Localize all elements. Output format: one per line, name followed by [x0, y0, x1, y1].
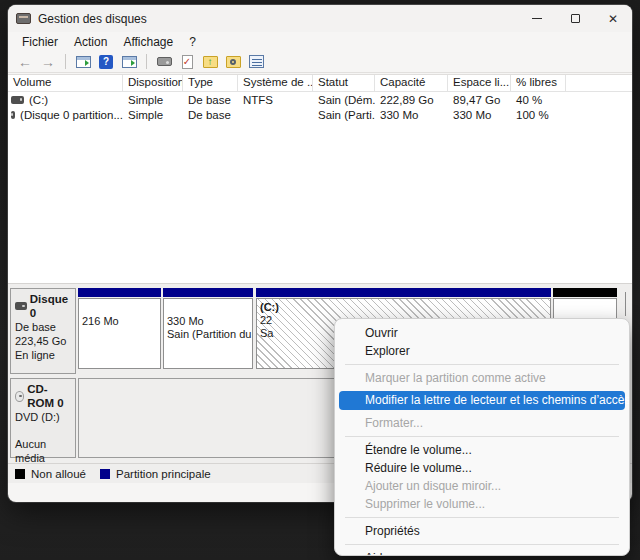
toolbar-separator: [146, 54, 147, 69]
cell-statut: Sain (Parti...: [313, 109, 375, 121]
partition-primary-bar: [256, 288, 551, 297]
table-row[interactable]: (C:) Simple De base NTFS Sain (Dém... 22…: [8, 92, 632, 107]
menu-item-etendre-volume[interactable]: Étendre le volume...: [335, 441, 629, 459]
cell-type: De base: [183, 109, 238, 121]
back-icon: ←: [18, 55, 32, 69]
back-button[interactable]: ←: [16, 53, 34, 70]
menu-help[interactable]: ?: [181, 34, 204, 50]
cell-disposition: Simple: [123, 94, 183, 106]
cell-espace: 330 Mo: [448, 109, 511, 121]
column-header-disposition[interactable]: Disposition: [123, 75, 183, 91]
minimize-icon: [532, 18, 542, 19]
close-button[interactable]: ✕: [594, 5, 632, 32]
volume-icon: [11, 111, 15, 119]
table-row[interactable]: (Disque 0 partition... Simple De base Sa…: [8, 107, 632, 122]
menu-separator: [345, 544, 619, 545]
cdrom-media: Aucun média: [15, 437, 73, 465]
disk-icon: [157, 57, 172, 66]
cell-libres: 100 %: [511, 109, 566, 121]
console-tree-icon: [76, 56, 91, 68]
menu-separator: [345, 517, 619, 518]
menu-item-modifier-lettre-lecteur[interactable]: Modifier la lettre de lecteur et les che…: [339, 391, 625, 410]
folder-up-button[interactable]: ↑: [201, 53, 219, 70]
menu-item-aide[interactable]: Aide: [335, 549, 629, 556]
partition-status: Sain (Partition du systè: [167, 328, 249, 341]
unallocated-swatch: [15, 469, 25, 479]
cell-type: De base: [183, 94, 238, 106]
window-title: Gestion des disques: [38, 12, 147, 26]
partition-label: (C:): [260, 301, 547, 314]
partition-size: 216 Mo: [82, 315, 157, 328]
cell-volume: (C:): [29, 94, 48, 106]
disk0-status: En ligne: [15, 348, 73, 362]
help-icon: ?: [99, 55, 113, 69]
partition-size: 330 Mo: [167, 315, 249, 328]
column-header-pct-libres[interactable]: % libres: [511, 75, 566, 91]
unallocated-bar: [553, 288, 617, 297]
volume-table-header: Volume Disposition Type Système de ... S…: [8, 75, 632, 92]
partition-216mo[interactable]: 216 Mo: [78, 288, 161, 374]
cdrom-drive: DVD (D:): [15, 410, 73, 424]
menu-item-ajouter-disque-miroir: Ajouter un disque miroir...: [335, 477, 629, 495]
folder-up-icon: ↑: [203, 56, 218, 68]
menu-item-ouvrir[interactable]: Ouvrir: [335, 324, 629, 342]
menu-affichage[interactable]: Affichage: [115, 34, 181, 50]
menu-fichier[interactable]: Fichier: [14, 34, 66, 50]
cell-capacite: 222,89 Go: [375, 94, 448, 106]
column-header-statut[interactable]: Statut: [313, 75, 375, 91]
partition-primary-bar: [163, 288, 253, 297]
toolbar-separator: [65, 54, 66, 69]
menu-separator: [345, 364, 619, 365]
disk0-info-panel[interactable]: Disque 0 De base 223,45 Go En ligne: [10, 288, 76, 374]
minimize-button[interactable]: [518, 5, 556, 32]
volume-icon: [11, 96, 24, 104]
folder-search-icon: [226, 56, 241, 68]
menu-item-supprimer-volume: Supprimer le volume...: [335, 495, 629, 513]
menubar: Fichier Action Affichage ?: [8, 32, 632, 51]
column-header-volume[interactable]: Volume: [8, 75, 123, 91]
menu-item-proprietes[interactable]: Propriétés: [335, 522, 629, 540]
menu-item-marquer-partition-active: Marquer la partition comme active: [335, 369, 629, 387]
show-action-pane-button[interactable]: [120, 53, 138, 70]
forward-icon: →: [41, 55, 55, 69]
forward-button[interactable]: →: [39, 53, 57, 70]
partition-330mo-system[interactable]: 330 Mo Sain (Partition du systè: [163, 288, 253, 374]
maximize-icon: [571, 14, 580, 23]
menu-item-reduire-volume[interactable]: Réduire le volume...: [335, 459, 629, 477]
column-header-filler: [566, 75, 632, 91]
column-header-espace-libre[interactable]: Espace li...: [448, 75, 511, 91]
cd-icon: [15, 391, 24, 402]
check-volume-button[interactable]: ✓: [178, 53, 196, 70]
disk-icon: [15, 302, 27, 310]
legend-primary-partition: Partition principale: [116, 468, 211, 480]
menu-action[interactable]: Action: [66, 34, 115, 50]
cell-volume: (Disque 0 partition...: [20, 109, 123, 121]
folder-search-button[interactable]: [224, 53, 242, 70]
check-document-icon: ✓: [182, 55, 193, 69]
properties-button[interactable]: [247, 53, 265, 70]
menu-item-explorer[interactable]: Explorer: [335, 342, 629, 360]
show-console-tree-button[interactable]: [74, 53, 92, 70]
titlebar[interactable]: Gestion des disques ✕: [8, 5, 632, 32]
cell-espace: 89,47 Go: [448, 94, 511, 106]
primary-partition-swatch: [100, 469, 110, 479]
cell-statut: Sain (Dém...: [313, 94, 375, 106]
help-button[interactable]: ?: [97, 53, 115, 70]
disk0-size: 223,45 Go: [15, 334, 73, 348]
maximize-button[interactable]: [556, 5, 594, 32]
cdrom-name: CD-ROM 0: [27, 382, 73, 410]
menu-item-formater: Formater...: [335, 414, 629, 432]
close-icon: ✕: [608, 13, 618, 25]
partition-primary-bar: [78, 288, 161, 297]
app-icon: [16, 13, 31, 24]
action-pane-icon: [122, 56, 137, 68]
scrollbar-line[interactable]: [625, 292, 626, 316]
column-header-type[interactable]: Type: [183, 75, 238, 91]
column-header-filesystem[interactable]: Système de ...: [238, 75, 313, 91]
cdrom-info-panel[interactable]: CD-ROM 0 DVD (D:) Aucun média: [10, 378, 76, 458]
cell-libres: 40 %: [511, 94, 566, 106]
disk-tool-button[interactable]: [155, 53, 173, 70]
cell-disposition: Simple: [123, 109, 183, 121]
cell-filesystem: NTFS: [238, 94, 313, 106]
column-header-capacite[interactable]: Capacité: [375, 75, 448, 91]
